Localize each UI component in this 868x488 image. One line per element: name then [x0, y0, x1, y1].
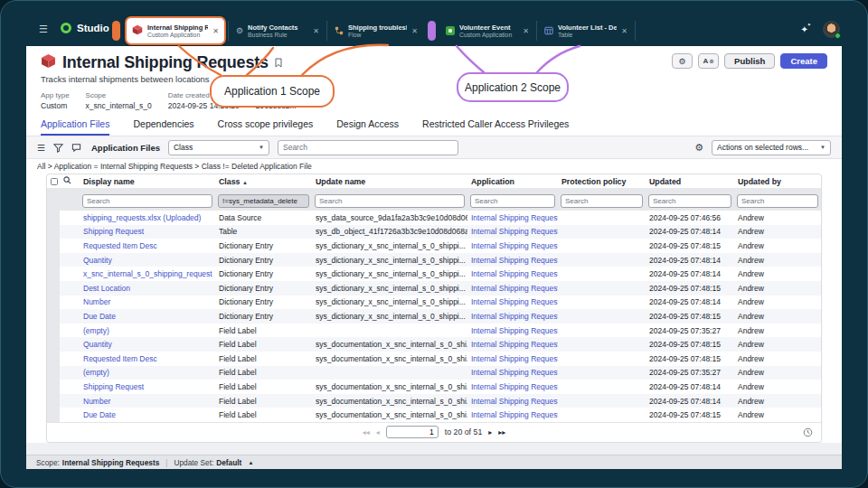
cell-display-name[interactable]: Quantity	[80, 337, 215, 352]
col-update-name[interactable]: Update name	[312, 174, 467, 188]
cell-application[interactable]: Internal Shipping Requests	[467, 267, 558, 281]
ai-sparkle-icon[interactable]: ✦✦	[801, 24, 808, 34]
cell-application[interactable]: Internal Shipping Requests	[467, 309, 558, 324]
row-preview-cell[interactable]	[60, 267, 80, 281]
first-page-icon[interactable]: ◂◂	[363, 428, 370, 436]
caret-up-icon[interactable]: ▲	[248, 460, 253, 465]
table-row[interactable]: Dest Location Dictionary Entry sys_dicti…	[47, 281, 821, 296]
settings-button[interactable]: ⚙	[672, 53, 693, 69]
table-row[interactable]: Number Dictionary Entry sys_dictionary_x…	[47, 296, 821, 310]
cell-display-name[interactable]: Number	[80, 394, 215, 408]
search-column-cell[interactable]	[60, 174, 80, 188]
cell-application[interactable]: Internal Shipping Requests	[467, 296, 558, 310]
cell-application[interactable]: Internal Shipping Requests	[467, 253, 558, 267]
filter-icon[interactable]	[53, 143, 63, 153]
tab-application-files[interactable]: Application Files	[41, 118, 109, 136]
tab-internal-shipping-requests[interactable]: Internal Shipping Requ... Custom Applica…	[125, 16, 226, 45]
tab-shipping-troubleshoot[interactable]: Shipping troubleshoot a... Flow ✕	[329, 17, 423, 44]
cell-application[interactable]: Internal Shipping Requests	[467, 366, 558, 380]
row-preview-cell[interactable]	[60, 281, 80, 296]
tab-volunteer-list[interactable]: Volunteer List - Default... Table ✕	[539, 17, 633, 44]
create-button[interactable]: Create	[780, 53, 827, 69]
filter-protection-policy-input[interactable]	[561, 194, 643, 208]
col-updated[interactable]: Updated	[646, 174, 734, 188]
cell-display-name[interactable]: Shipping Request	[80, 225, 215, 239]
row-preview-cell[interactable]	[60, 309, 80, 324]
tab-design-access[interactable]: Design Access	[336, 118, 399, 136]
cell-application[interactable]: Internal Shipping Requests	[467, 408, 558, 422]
table-row[interactable]: (empty) Field Label Internal Shipping Re…	[47, 324, 821, 338]
last-page-icon[interactable]: ▸▸	[498, 428, 505, 436]
cell-display-name[interactable]: Number	[80, 296, 215, 310]
table-row[interactable]: (empty) Field Label Internal Shipping Re…	[47, 366, 821, 380]
select-all-cell[interactable]	[47, 174, 60, 188]
table-row[interactable]: Quantity Dictionary Entry sys_dictionary…	[47, 253, 821, 267]
cell-display-name[interactable]: shipping_requests.xlsx (Uploaded)	[80, 211, 215, 225]
cell-application[interactable]: Internal Shipping Requests	[467, 380, 558, 394]
row-preview-cell[interactable]	[60, 337, 80, 352]
table-row[interactable]: Shipping Request Table sys_db_object_41f…	[47, 225, 821, 239]
table-row[interactable]: x_snc_internal_s_0_shipping_request Dict…	[47, 267, 821, 281]
cell-application[interactable]: Internal Shipping Requests	[467, 225, 558, 239]
col-protection-policy[interactable]: Protection policy	[558, 174, 646, 188]
row-preview-cell[interactable]	[60, 324, 80, 338]
font-settings-button[interactable]: A⊕	[698, 53, 719, 69]
cell-application[interactable]: Internal Shipping Requests	[467, 337, 558, 352]
cell-display-name[interactable]: Due Date	[80, 408, 215, 422]
col-display-name[interactable]: Display name	[80, 174, 215, 188]
page-number-input[interactable]	[386, 426, 439, 438]
row-preview-cell[interactable]	[60, 225, 80, 239]
comment-icon[interactable]	[71, 143, 81, 153]
publish-button[interactable]: Publish	[724, 53, 775, 69]
cell-application[interactable]: Internal Shipping Requests	[467, 324, 558, 338]
cell-application[interactable]: Internal Shipping Requests	[467, 239, 558, 253]
table-row[interactable]: shipping_requests.xlsx (Uploaded) Data S…	[47, 211, 821, 225]
list-settings-gear-icon[interactable]: ⚙	[694, 142, 703, 154]
table-row[interactable]: Requested Item Desc Dictionary Entry sys…	[47, 239, 821, 253]
cell-display-name[interactable]: Requested Item Desc	[80, 239, 215, 253]
select-all-checkbox[interactable]	[51, 178, 58, 185]
search-icon[interactable]	[63, 177, 71, 186]
table-row[interactable]: Due Date Dictionary Entry sys_dictionary…	[47, 309, 821, 324]
filter-updated-input[interactable]	[648, 194, 731, 208]
tab-dependencies[interactable]: Dependencies	[133, 118, 193, 136]
filter-update-name-input[interactable]	[315, 194, 465, 208]
cell-display-name[interactable]: (empty)	[80, 366, 215, 380]
update-set-value[interactable]: Default	[216, 458, 241, 467]
refresh-timer-icon[interactable]	[803, 427, 813, 439]
close-icon[interactable]: ✕	[411, 27, 418, 35]
close-icon[interactable]: ✕	[621, 27, 627, 35]
tab-restricted-caller-access[interactable]: Restricted Caller Access Privileges	[422, 118, 569, 136]
cell-display-name[interactable]: x_snc_internal_s_0_shipping_request	[80, 267, 215, 281]
col-updated-by[interactable]: Updated by	[734, 174, 821, 188]
bookmark-icon[interactable]	[275, 55, 282, 71]
close-icon[interactable]: ✕	[313, 27, 319, 35]
close-icon[interactable]: ✕	[212, 27, 219, 35]
table-row[interactable]: Number Field Label sys_documentation_x_s…	[47, 394, 821, 408]
previous-page-icon[interactable]: ◂	[376, 428, 380, 436]
breadcrumb[interactable]: All > Application = Internal Shipping Re…	[26, 159, 842, 174]
tab-volunteer-event[interactable]: Volunteer Event Custom Application ✕	[440, 17, 534, 44]
class-select[interactable]: Class ▼	[168, 140, 269, 155]
table-row[interactable]: Due Date Field Label sys_documentation_x…	[47, 408, 821, 422]
row-preview-cell[interactable]	[60, 296, 80, 310]
row-preview-cell[interactable]	[60, 408, 80, 422]
table-row[interactable]: Quantity Field Label sys_documentation_x…	[47, 337, 821, 352]
row-preview-cell[interactable]	[60, 380, 80, 394]
cell-display-name[interactable]: (empty)	[80, 324, 215, 338]
cell-display-name[interactable]: Quantity	[80, 253, 215, 267]
col-class[interactable]: Class ▲	[215, 174, 312, 188]
cell-display-name[interactable]: Shipping Request	[80, 380, 215, 394]
menu-icon[interactable]: ☰	[39, 24, 50, 33]
cell-application[interactable]: Internal Shipping Requests	[467, 281, 558, 296]
user-avatar[interactable]	[823, 21, 840, 38]
row-preview-cell[interactable]	[60, 366, 80, 380]
table-row[interactable]: Shipping Request Field Label sys_documen…	[47, 380, 821, 394]
col-application[interactable]: Application	[467, 174, 558, 188]
cell-application[interactable]: Internal Shipping Requests	[467, 211, 558, 225]
breadcrumb-path[interactable]: All > Application = Internal Shipping Re…	[37, 162, 312, 171]
cell-display-name[interactable]: Due Date	[80, 309, 215, 324]
next-page-icon[interactable]: ▸	[488, 428, 492, 436]
list-search-input[interactable]	[278, 140, 458, 155]
filter-application-input[interactable]	[470, 194, 555, 208]
